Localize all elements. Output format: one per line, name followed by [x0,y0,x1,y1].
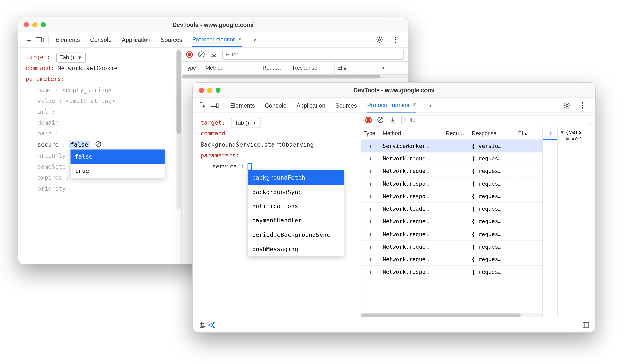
row-request [443,140,469,152]
table-row[interactable]: ↓Network.reque…{"reques… [361,253,542,266]
param-value[interactable]: value [37,97,55,104]
command-value[interactable]: BackgroundService.startObserving [201,141,314,148]
clear-icon[interactable] [376,116,384,124]
close-icon[interactable] [24,22,29,27]
param-path[interactable]: path [37,130,52,137]
tree-child[interactable]: ▶ver [561,135,593,142]
more-columns-icon[interactable]: » [543,127,557,140]
scrollbar[interactable] [176,50,181,210]
kebab-menu-icon[interactable] [389,36,401,43]
device-icon[interactable] [209,98,221,112]
col-elapsed[interactable]: El.▴ [515,127,542,139]
filter-input[interactable] [222,49,404,59]
filter-input[interactable] [401,115,591,125]
more-tabs-icon[interactable]: » [252,32,258,47]
tab-console[interactable]: Console [265,98,287,112]
table-row[interactable]: ↓ServiceWorker…{"versio… [361,140,542,152]
maximize-icon[interactable] [41,22,46,27]
tab-protocol-monitor[interactable]: Protocol monitor × [367,98,416,112]
gear-icon[interactable] [561,102,573,109]
maximize-icon[interactable] [216,87,221,93]
autocomplete-option[interactable]: notifications [248,199,344,213]
close-tab-icon[interactable]: × [237,36,242,43]
download-icon[interactable] [210,50,218,59]
param-service[interactable]: service [212,163,237,170]
tab-protocol-monitor[interactable]: Protocol monitor × [192,32,242,47]
table-row[interactable]: ↓Network.reque…{"reques… [361,241,542,253]
row-type-icon: ↓ [361,266,380,278]
table-row[interactable]: ↓Network.reque…{"reques… [361,215,542,228]
autocomplete-dropdown[interactable]: backgroundFetch backgroundSync notificat… [248,170,344,256]
close-icon[interactable] [199,87,204,93]
scrollbar[interactable] [182,74,408,79]
close-tab-icon[interactable]: × [412,101,416,108]
autocomplete-option[interactable]: false [71,150,165,164]
col-method[interactable]: Method [203,62,260,74]
col-request[interactable]: Requ… [260,62,290,74]
param-secure-value[interactable]: false [69,141,89,148]
tree-root[interactable]: ▼{vers [561,129,593,135]
minimize-icon[interactable] [32,22,37,27]
param-httponly[interactable]: httpOnly [37,152,66,159]
col-response[interactable]: Response [290,62,335,74]
autocomplete-dropdown[interactable]: false true [70,149,165,178]
col-method[interactable]: Method [380,127,443,139]
param-domain[interactable]: domain [37,119,59,126]
target-select[interactable]: Tab ()▼ [57,53,86,63]
param-url[interactable]: url [37,108,48,115]
autocomplete-option[interactable]: backgroundFetch [248,170,344,185]
toggle-panel-icon[interactable] [581,320,590,329]
inspect-icon[interactable] [197,98,209,112]
tab-application[interactable]: Application [122,32,150,47]
device-icon[interactable] [34,32,46,47]
table-row[interactable]: ↓Network.respo…{"reques… [361,177,542,190]
kebab-menu-icon[interactable] [577,102,589,109]
row-request [443,228,469,240]
tab-sources[interactable]: Sources [335,98,357,112]
autocomplete-option[interactable]: true [71,164,165,178]
gear-icon[interactable] [374,36,385,43]
param-service-input[interactable] [248,163,252,170]
param-priority[interactable]: priority [37,185,66,192]
record-button[interactable] [365,116,372,123]
command-value[interactable]: Network.setCookie [58,65,118,71]
table-row[interactable]: ↓Network.loadi…{"reques… [361,203,542,215]
table-row[interactable]: ↓Network.reque…{"reques… [361,228,542,241]
autocomplete-option[interactable]: backgroundSync [248,185,344,199]
table-row[interactable]: ↓Network.reque…{"reques… [361,165,542,177]
col-elapsed[interactable]: El.▴ [335,62,357,74]
tab-elements[interactable]: Elements [55,32,80,47]
row-response: {"versio… [469,140,515,152]
param-name[interactable]: name [37,86,52,93]
send-button[interactable] [207,320,216,329]
more-columns-icon[interactable]: » [357,62,408,74]
minimize-icon[interactable] [207,87,212,93]
inspect-icon[interactable] [22,32,34,47]
col-request[interactable]: Requ… [443,127,469,139]
param-expires[interactable]: expires [37,174,62,181]
table-row[interactable]: ↓Network.respo…{"reques… [361,190,542,203]
scrollbar[interactable] [361,313,542,317]
col-type[interactable]: Type [182,62,203,74]
more-tabs-icon[interactable]: » [426,98,433,112]
param-secure[interactable]: secure [37,141,59,148]
copy-icon[interactable] [198,320,207,329]
tab-sources[interactable]: Sources [161,32,182,47]
autocomplete-option[interactable]: periodicBackgroundSync [248,228,344,242]
table-row[interactable]: ↓Network.reque…{"reques… [361,152,542,165]
clear-icon[interactable] [197,50,205,59]
record-button[interactable] [186,51,193,58]
target-select[interactable]: Tab ()▼ [231,118,260,128]
param-samesite[interactable]: sameSite [37,163,66,170]
tab-elements[interactable]: Elements [230,98,255,112]
autocomplete-option[interactable]: pushMessaging [248,242,344,256]
download-icon[interactable] [389,116,397,124]
col-type[interactable]: Type [361,127,380,139]
svg-rect-15 [216,104,218,107]
table-row[interactable]: ↓Network.respo…{"reques… [361,266,542,278]
col-response[interactable]: Response [469,127,515,139]
autocomplete-option[interactable]: paymentHandler [248,213,344,228]
tab-console[interactable]: Console [90,32,112,47]
prohibit-icon[interactable] [96,139,101,150]
tab-application[interactable]: Application [297,98,325,112]
